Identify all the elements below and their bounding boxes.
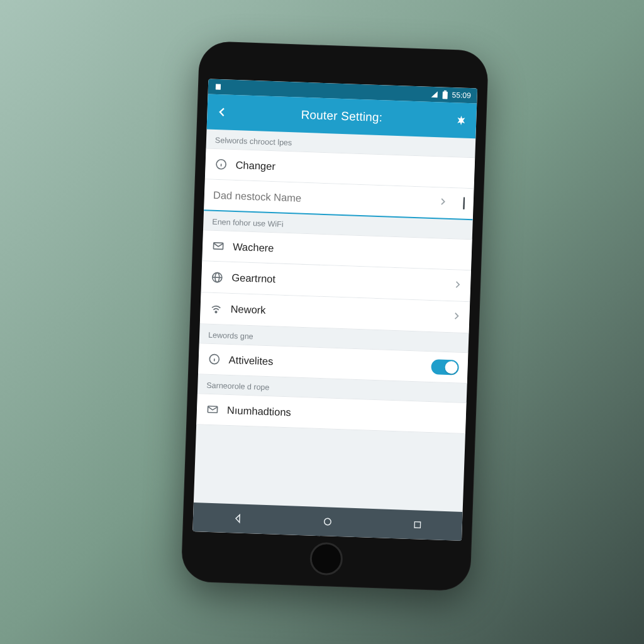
svg-rect-16 [414, 522, 421, 528]
info-icon [207, 352, 221, 367]
row-label: Nıumhadtions [227, 404, 457, 424]
nav-recent-button[interactable] [404, 519, 430, 530]
chevron-right-icon [452, 311, 461, 323]
page-title: Router Setting: [231, 106, 453, 127]
header-action-icon[interactable] [452, 114, 470, 126]
physical-home-button[interactable] [309, 542, 343, 576]
chevron-right-icon [438, 197, 456, 209]
svg-rect-1 [442, 91, 447, 99]
svg-point-15 [324, 518, 331, 525]
wifi-icon [209, 301, 223, 316]
row-label: Geartrnot [231, 272, 445, 291]
svg-line-9 [213, 277, 222, 277]
statusbar-left-icon [214, 83, 222, 91]
row-label: Changer [235, 159, 465, 179]
row-label: Nework [230, 303, 444, 323]
chevron-right-icon [453, 280, 462, 291]
settings-list: Selwords chrooct lpes Changer Enen fohor… [194, 129, 475, 512]
toggle-switch[interactable] [431, 359, 459, 375]
globe-icon [210, 270, 225, 284]
nav-home-button[interactable] [315, 516, 341, 528]
svg-rect-0 [216, 84, 221, 89]
row-label: Wachere [233, 240, 463, 260]
statusbar-time: 55:09 [452, 91, 471, 100]
battery-icon [441, 90, 448, 99]
svg-rect-2 [444, 91, 447, 92]
back-button[interactable] [213, 106, 231, 118]
mail-icon [211, 239, 226, 253]
signal-icon [431, 91, 438, 98]
nav-back-button[interactable] [225, 513, 251, 525]
info-icon [214, 157, 228, 172]
network-name-field[interactable] [213, 180, 431, 217]
mail-icon [206, 402, 220, 417]
screen: 55:09 Router Setting: Selwords chrooct l… [192, 79, 477, 540]
phone-frame: 55:09 Router Setting: Selwords chrooct l… [180, 41, 489, 592]
save-icon[interactable] [463, 198, 474, 210]
svg-point-10 [215, 311, 217, 313]
row-label: Attivelites [228, 353, 423, 372]
